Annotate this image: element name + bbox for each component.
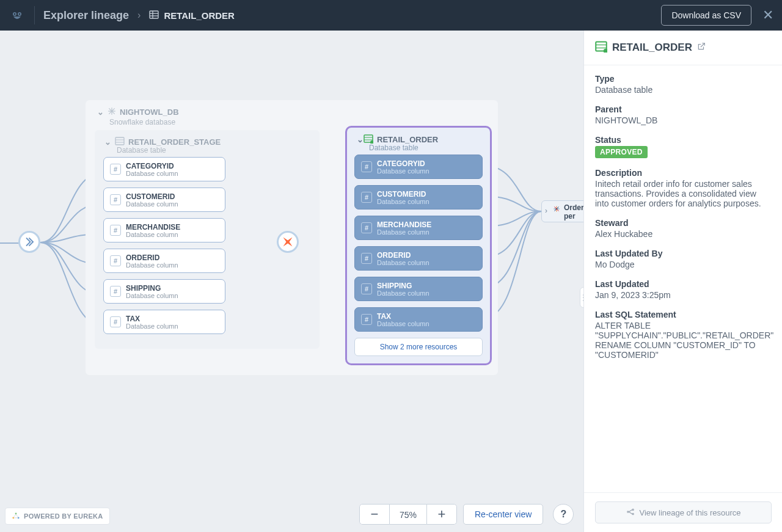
column-name: MERCHANDISE — [126, 223, 180, 231]
column-type-icon: # — [361, 222, 372, 233]
column-card[interactable]: #ORDERIDDatabase column — [354, 246, 483, 271]
field-value-updated: Jan 9, 2023 3:25pm — [595, 290, 771, 300]
chevron-down-icon[interactable]: ⌄ — [97, 107, 104, 117]
tableau-icon — [553, 204, 560, 215]
recenter-button[interactable]: Re-center view — [463, 504, 543, 525]
column-subtype: Database column — [126, 292, 178, 299]
field-label-status: Status — [595, 135, 771, 145]
divider — [34, 6, 35, 24]
column-card[interactable]: #MERCHANDISEDatabase column — [103, 218, 225, 242]
column-name: SHIPPING — [377, 282, 429, 290]
download-csv-button[interactable]: Download as CSV — [661, 5, 751, 26]
panel-title: RETAIL_ORDER — [612, 42, 692, 54]
field-value-type: Database table — [595, 85, 771, 95]
chevron-down-icon[interactable]: ⌄ — [104, 137, 111, 147]
field-label-updated: Last Updated — [595, 279, 771, 289]
zoom-value: 75% — [390, 504, 426, 525]
column-type-icon: # — [110, 286, 121, 297]
top-bar: Explorer lineage › RETAIL_ORDER Download… — [0, 0, 782, 31]
lineage-icon — [626, 508, 635, 518]
field-label-parent: Parent — [595, 104, 771, 114]
column-type-icon: # — [110, 255, 121, 266]
column-name: ORDERID — [126, 253, 178, 262]
field-value-parent[interactable]: NIGHTOWL_DB — [595, 115, 771, 125]
field-value-steward[interactable]: Alex Huckabee — [595, 229, 771, 239]
eureka-logo-icon — [12, 512, 20, 520]
column-subtype: Database column — [377, 167, 429, 175]
column-name: MERCHANDISE — [377, 220, 431, 229]
app-logo-icon[interactable] — [9, 7, 26, 24]
table-icon — [149, 10, 159, 21]
retail-table-name[interactable]: RETAIL_ORDER — [377, 135, 438, 144]
column-type-icon: # — [361, 283, 372, 294]
database-name[interactable]: NIGHTOWL_DB — [120, 107, 179, 117]
column-type-icon: # — [110, 316, 121, 327]
column-subtype: Database column — [377, 198, 429, 205]
field-label-updated-by: Last Updated By — [595, 249, 771, 258]
chevron-right-icon: › — [137, 10, 141, 21]
chevron-down-icon[interactable]: ⌄ — [357, 135, 364, 144]
column-name: CUSTOMERID — [126, 192, 178, 201]
column-card[interactable]: #CUSTOMERIDDatabase column — [103, 188, 225, 212]
field-value-sql: ALTER TABLE "SUPPLYCHAIN"."PUBLIC"."RETA… — [595, 321, 771, 360]
field-label-type: Type — [595, 74, 771, 84]
external-link-icon[interactable] — [697, 42, 706, 53]
zoom-in-button[interactable]: + — [426, 504, 457, 525]
column-type-icon: # — [110, 225, 121, 236]
column-card[interactable]: #CUSTOMERIDDatabase column — [354, 185, 483, 210]
snowflake-icon — [108, 107, 116, 117]
source-node[interactable] — [18, 231, 40, 253]
chevron-right-icon[interactable]: › — [545, 206, 547, 215]
transform-node[interactable] — [277, 231, 299, 253]
column-card[interactable]: #CATEGORYIDDatabase column — [103, 157, 225, 181]
help-button[interactable]: ? — [553, 504, 574, 525]
field-value-updated-by[interactable]: Mo Dodge — [595, 260, 771, 269]
view-lineage-button[interactable]: View lineage of this resource — [595, 501, 772, 523]
breadcrumb-resource-label: RETAIL_ORDER — [164, 10, 235, 21]
column-card[interactable]: #ORDERIDDatabase column — [103, 249, 225, 273]
zoom-out-button[interactable]: − — [359, 504, 390, 525]
svg-point-2 — [14, 13, 15, 15]
svg-point-3 — [19, 13, 20, 15]
field-value-description: Initech retail order info for customer s… — [595, 179, 771, 208]
svg-point-57 — [604, 49, 607, 53]
svg-point-52 — [12, 517, 14, 519]
powered-by-badge: POWERED BY EUREKA — [5, 508, 110, 525]
column-card[interactable]: #TAXDatabase column — [354, 307, 483, 332]
column-subtype: Database column — [377, 290, 429, 297]
field-label-description: Description — [595, 168, 771, 178]
breadcrumb-resource[interactable]: RETAIL_ORDER — [149, 10, 235, 21]
stage-table-subtype: Database table — [117, 146, 166, 155]
column-subtype: Database column — [126, 261, 178, 269]
svg-point-58 — [627, 511, 628, 512]
retail-table-subtype: Database table — [369, 144, 418, 152]
retail-table-group[interactable]: ⌄ RETAIL_ORDER Database table #CATEGORYI… — [345, 126, 492, 365]
column-type-icon: # — [361, 253, 372, 264]
column-subtype: Database column — [126, 231, 180, 238]
lineage-canvas[interactable]: ⌄ NIGHTOWL_DB Snowflake database ⌄ RETAI… — [0, 31, 583, 532]
column-subtype: Database column — [126, 200, 178, 208]
column-card[interactable]: #MERCHANDISEDatabase column — [354, 216, 483, 240]
zoom-controls: − 75% + Re-center view ? — [359, 504, 574, 525]
status-badge: APPROVED — [595, 146, 648, 158]
details-panel: RETAIL_ORDER TypeDatabase table ParentNI… — [583, 31, 782, 532]
svg-point-59 — [632, 509, 633, 510]
column-name: TAX — [126, 315, 178, 323]
column-card[interactable]: #CATEGORYIDDatabase column — [354, 155, 483, 179]
close-icon[interactable]: ✕ — [762, 7, 773, 23]
svg-rect-4 — [150, 11, 158, 18]
column-subtype: Database column — [126, 170, 178, 177]
column-name: CATEGORYID — [377, 159, 429, 168]
column-name: CUSTOMERID — [377, 190, 429, 199]
column-card[interactable]: #TAXDatabase column — [103, 310, 225, 334]
database-subtype: Snowflake database — [109, 118, 175, 126]
column-card[interactable]: #SHIPPINGDatabase column — [103, 279, 225, 304]
show-more-button[interactable]: Show 2 more resources — [354, 338, 483, 356]
column-type-icon: # — [110, 164, 121, 175]
stage-table-name[interactable]: RETAIL_ORDER_STAGE — [128, 137, 221, 147]
breadcrumb-root[interactable]: Explorer lineage — [43, 9, 129, 22]
svg-point-53 — [18, 517, 20, 519]
column-card[interactable]: #SHIPPINGDatabase column — [354, 277, 483, 301]
field-label-steward: Steward — [595, 218, 771, 228]
column-type-icon: # — [361, 314, 372, 325]
